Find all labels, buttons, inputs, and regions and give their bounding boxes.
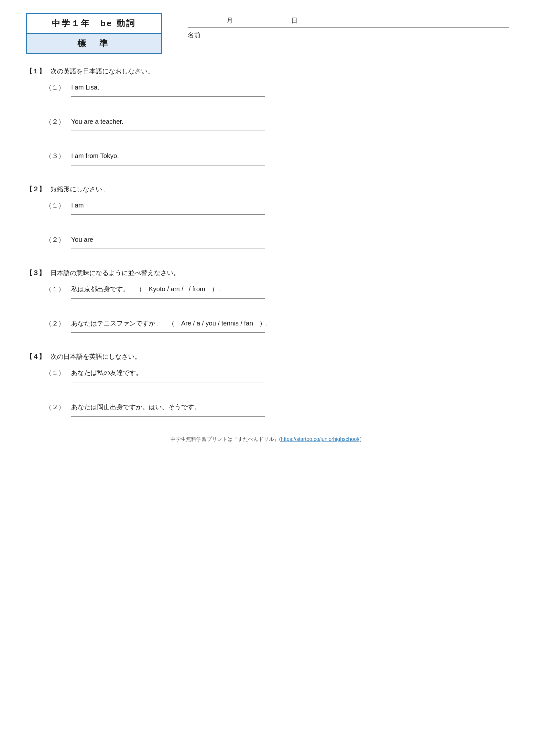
answer-line bbox=[71, 416, 265, 417]
problem-list-3: （１）私は京都出身です。 （ Kyoto / am / I / from ）.（… bbox=[26, 284, 509, 333]
problem-num: （１） bbox=[45, 285, 65, 293]
name-label: 名前 bbox=[187, 31, 201, 41]
section-1: 【１】次の英語を日本語になおしなさい。（１）I am Lisa.（２）You a… bbox=[26, 67, 509, 166]
name-line: 名前 bbox=[187, 31, 509, 43]
date-month: 月 bbox=[226, 16, 233, 25]
problem-text-content: あなたは岡山出身ですか。はい、そうです。 bbox=[71, 403, 201, 411]
problem-text: あなたは岡山出身ですか。はい、そうです。 bbox=[71, 402, 265, 417]
section-instruction-3: 日本語の意味になるように並べ替えなさい。 bbox=[50, 269, 180, 277]
section-header-1: 【１】次の英語を日本語になおしなさい。 bbox=[26, 67, 509, 76]
answer-line bbox=[71, 214, 265, 215]
problem-item: （１）あなたは私の友達です。 bbox=[45, 367, 509, 382]
date-name-area: 月 日 名前 bbox=[175, 13, 509, 43]
problem-text-content: あなたはテニスファンですか。 （ Are / a / you / tennis … bbox=[71, 320, 268, 327]
problem-list-2: （１）I am（２）You are bbox=[26, 200, 509, 249]
problem-text-content: You are bbox=[71, 236, 93, 243]
problem-item: （２）You are bbox=[45, 234, 509, 249]
answer-line bbox=[71, 298, 265, 299]
problem-item: （１）私は京都出身です。 （ Kyoto / am / I / from ）. bbox=[45, 284, 509, 299]
problem-text-content: You are a teacher. bbox=[71, 118, 124, 125]
problem-text: I am bbox=[71, 200, 265, 215]
problem-item: （２）あなたはテニスファンですか。 （ Are / a / you / tenn… bbox=[45, 318, 509, 333]
problem-text: I am Lisa. bbox=[71, 82, 265, 97]
section-header-3: 【３】日本語の意味になるように並べ替えなさい。 bbox=[26, 269, 509, 277]
footer: 中学生無料学習プリントは『すたぺんドリル』(https://startoo.co… bbox=[26, 436, 509, 443]
footer-link[interactable]: https://startoo.co/juniorhighschool/ bbox=[281, 436, 359, 442]
problem-text: I am from Tokyo. bbox=[71, 150, 265, 166]
problem-item: （２）あなたは岡山出身ですか。はい、そうです。 bbox=[45, 402, 509, 417]
problem-num: （２） bbox=[45, 117, 65, 126]
problem-item: （２）You are a teacher. bbox=[45, 116, 509, 131]
problem-text: You are bbox=[71, 234, 265, 249]
answer-line bbox=[71, 131, 265, 131]
title-level: 標 準 bbox=[27, 34, 161, 53]
answer-line bbox=[71, 332, 265, 333]
problem-list-1: （１）I am Lisa.（２）You are a teacher.（３）I a… bbox=[26, 82, 509, 166]
section-header-4: 【４】次の日本語を英語にしなさい。 bbox=[26, 352, 509, 361]
problem-num: （２） bbox=[45, 403, 65, 412]
section-header-2: 【２】短縮形にしなさい。 bbox=[26, 185, 509, 194]
section-instruction-4: 次の日本語を英語にしなさい。 bbox=[50, 352, 141, 361]
problem-text: 私は京都出身です。 （ Kyoto / am / I / from ）. bbox=[71, 284, 265, 299]
sections-container: 【１】次の英語を日本語になおしなさい。（１）I am Lisa.（２）You a… bbox=[26, 67, 509, 417]
problem-num: （１） bbox=[45, 83, 65, 92]
header: 中学１年 be 動詞 標 準 月 日 名前 bbox=[26, 13, 509, 54]
section-instruction-1: 次の英語を日本語になおしなさい。 bbox=[50, 67, 154, 76]
problem-text-content: 私は京都出身です。 （ Kyoto / am / I / from ）. bbox=[71, 285, 220, 292]
section-num-1: 【１】 bbox=[26, 67, 45, 76]
problem-num: （２） bbox=[45, 319, 65, 328]
date-day: 日 bbox=[291, 16, 297, 25]
answer-line bbox=[71, 165, 265, 166]
problem-num: （２） bbox=[45, 235, 65, 244]
footer-text-end: ） bbox=[359, 436, 365, 442]
section-num-4: 【４】 bbox=[26, 352, 45, 361]
problem-text-content: I am bbox=[71, 202, 84, 209]
section-3: 【３】日本語の意味になるように並べ替えなさい。（１）私は京都出身です。 （ Ky… bbox=[26, 269, 509, 333]
problem-num: （１） bbox=[45, 201, 65, 210]
problem-item: （１）I am Lisa. bbox=[45, 82, 509, 97]
problem-item: （３）I am from Tokyo. bbox=[45, 150, 509, 166]
section-4: 【４】次の日本語を英語にしなさい。（１）あなたは私の友達です。（２）あなたは岡山… bbox=[26, 352, 509, 417]
problem-text-content: I am from Tokyo. bbox=[71, 152, 119, 159]
answer-line bbox=[71, 96, 265, 97]
title-grade: 中学１年 be 動詞 bbox=[27, 14, 161, 34]
footer-text: 中学生無料学習プリントは『すたぺんドリル』( bbox=[170, 436, 281, 442]
problem-text: あなたは私の友達です。 bbox=[71, 367, 265, 382]
problem-text: You are a teacher. bbox=[71, 116, 265, 131]
problem-text-content: I am Lisa. bbox=[71, 84, 99, 91]
problem-item: （１）I am bbox=[45, 200, 509, 215]
section-instruction-2: 短縮形にしなさい。 bbox=[50, 185, 109, 194]
answer-line bbox=[71, 382, 265, 382]
problem-list-4: （１）あなたは私の友達です。（２）あなたは岡山出身ですか。はい、そうです。 bbox=[26, 367, 509, 417]
answer-line bbox=[71, 249, 265, 249]
problem-text-content: あなたは私の友達です。 bbox=[71, 369, 142, 376]
section-2: 【２】短縮形にしなさい。（１）I am（２）You are bbox=[26, 185, 509, 249]
problem-text: あなたはテニスファンですか。 （ Are / a / you / tennis … bbox=[71, 318, 268, 333]
problem-num: （１） bbox=[45, 368, 65, 377]
date-line: 月 日 bbox=[187, 16, 509, 27]
problem-num: （３） bbox=[45, 151, 65, 160]
title-box: 中学１年 be 動詞 標 準 bbox=[26, 13, 162, 54]
section-num-3: 【３】 bbox=[26, 269, 45, 277]
section-num-2: 【２】 bbox=[26, 185, 45, 194]
